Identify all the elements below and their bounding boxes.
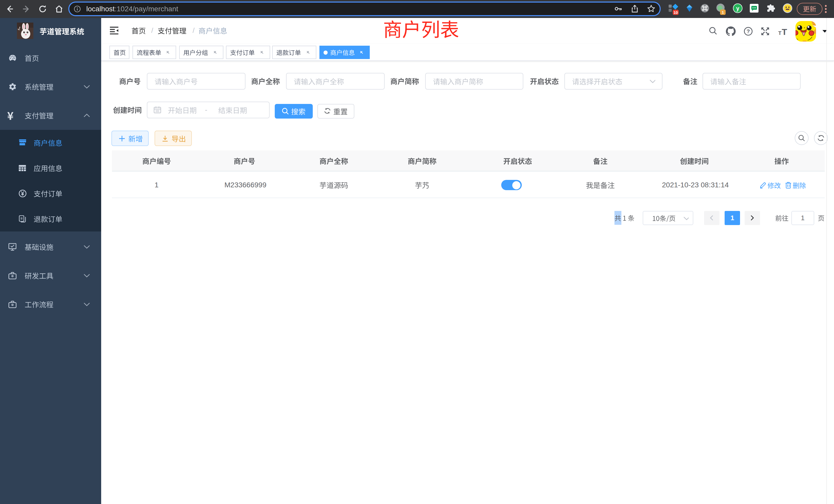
svg-text:T: T [778, 30, 781, 36]
svg-text:T: T [782, 27, 787, 36]
svg-text:?: ? [747, 28, 750, 34]
svg-text:y: y [736, 5, 740, 12]
